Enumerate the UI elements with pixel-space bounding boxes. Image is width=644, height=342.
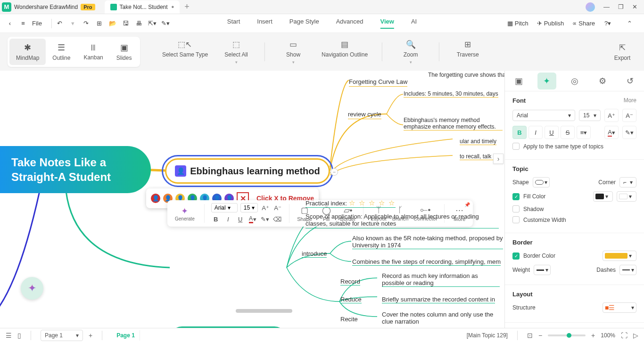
zoom-in-button[interactable]: + <box>591 332 595 339</box>
help-button[interactable]: ?▾ <box>603 20 612 27</box>
minimize-button[interactable]: — <box>603 3 610 10</box>
sub-recall[interactable]: to recall, talk a <box>460 153 496 160</box>
view-kanban-button[interactable]: ⫼Kanban <box>77 39 109 65</box>
hamburger-icon[interactable]: ≡ <box>19 20 27 27</box>
maximize-button[interactable]: ❐ <box>618 3 624 10</box>
panel-expand-button[interactable]: › <box>493 154 504 164</box>
font-shrink-button[interactable]: A⁻ <box>273 203 282 212</box>
highlight-dropdown[interactable]: ✎▾ <box>622 126 636 139</box>
sub-timely[interactable]: ular and timely <box>460 138 496 145</box>
panel-tab-style[interactable]: ✦ <box>537 73 556 90</box>
menu-start[interactable]: Start <box>227 18 240 29</box>
color-red[interactable]: 👤 <box>151 194 160 203</box>
root-topic[interactable]: Take Notes Like a Straight-A Student <box>0 146 151 193</box>
font-increase-button[interactable]: A⁺ <box>604 109 619 122</box>
apply-same-type-checkbox[interactable] <box>512 143 520 150</box>
sub-includes[interactable]: Includes: 5 minutes, 30 minutes, days <box>404 90 498 98</box>
menu-page-style[interactable]: Page Style <box>289 18 319 29</box>
fill-color-swatch-dark[interactable]: ▾ <box>593 191 613 202</box>
strike-toggle[interactable]: S <box>561 126 575 139</box>
font-decrease-button[interactable]: A⁻ <box>622 109 636 122</box>
export-button[interactable]: ⇱Export <box>608 43 636 61</box>
intro2-label[interactable]: Combines the five steps of recording, si… <box>352 258 501 266</box>
weight-selector[interactable]: ▾ <box>534 265 551 275</box>
save-button[interactable]: 🖫 <box>122 20 130 27</box>
intro1-label[interactable]: Also known as the 5R note-taking method,… <box>352 235 503 249</box>
presentation-icon[interactable]: ▷ <box>633 332 638 339</box>
align-toggle[interactable]: ≡▾ <box>577 126 591 139</box>
new-button[interactable]: ⊞ <box>95 20 104 27</box>
share-button[interactable]: ∝Share <box>572 20 595 27</box>
underline-button[interactable]: U <box>236 214 245 224</box>
font-grow-button[interactable]: A⁺ <box>261 203 270 212</box>
font-color-dropdown[interactable]: A▾ <box>604 126 619 139</box>
edit-dd-button[interactable]: ✎▾ <box>161 20 170 27</box>
ai-generate-button[interactable]: ✦Generate <box>172 205 198 222</box>
corner-selector[interactable]: ⌐▾ <box>619 177 636 187</box>
collapse-node-icon[interactable]: − <box>330 168 338 176</box>
view-outline-button[interactable]: ☰Outline <box>46 39 77 65</box>
user-avatar[interactable] <box>586 2 595 12</box>
file-tab[interactable]: Take Not... Student • <box>105 0 180 14</box>
scope-label[interactable]: Scope of application: Applicable to almo… <box>305 213 499 228</box>
clear-format-button[interactable]: ⌫ <box>272 214 282 224</box>
select-all-button[interactable]: ⬚Select All▾ <box>222 40 250 65</box>
add-page-button[interactable]: + <box>89 332 92 339</box>
sub-forgetting[interactable]: Forgetting Curve Law <box>349 78 407 87</box>
fillcolor-checkbox[interactable]: ✓ <box>512 193 520 200</box>
border-color-swatch[interactable]: ▾ <box>603 251 636 261</box>
export-dd-button[interactable]: ⇱▾ <box>148 20 157 27</box>
menu-insert[interactable]: Insert <box>257 18 272 29</box>
page-select-dropdown[interactable]: Page 1▾ <box>41 330 83 341</box>
ebbinghaus-topic[interactable]: 👤 Ebbinghaus learning method <box>165 158 330 184</box>
panel-tab-mark[interactable]: ◎ <box>565 73 584 90</box>
file-menu[interactable]: File <box>32 20 42 27</box>
undo-dd[interactable]: ▾ <box>69 20 77 27</box>
open-button[interactable]: 📂 <box>108 20 117 27</box>
font-family-dropdown[interactable]: Arial▾ <box>512 110 575 121</box>
font-more-link[interactable]: More <box>624 97 636 104</box>
collapse-ribbon-icon[interactable]: ⌃ <box>625 20 634 27</box>
add-tab-button[interactable]: + <box>184 2 190 12</box>
redo-button[interactable]: ↷ <box>82 20 91 27</box>
publish-button[interactable]: ✈Publish <box>537 20 564 27</box>
recite-label[interactable]: Recite <box>340 316 358 323</box>
italic-toggle[interactable]: I <box>528 126 543 139</box>
introduce-label[interactable]: introduce <box>302 250 327 258</box>
customwidth-checkbox[interactable] <box>512 216 520 223</box>
sub-enhance[interactable]: Ebbinghaus's memory method emphasize enh… <box>404 117 503 130</box>
zoom-button[interactable]: 🔍Zoom▾ <box>396 40 425 65</box>
font-color-button[interactable]: A▾ <box>248 214 257 224</box>
pitch-button[interactable]: ▦Pitch <box>507 20 528 27</box>
reduce-label[interactable]: Reduce <box>340 296 362 303</box>
bold-button[interactable]: B <box>211 214 221 224</box>
dashes-selector[interactable]: ▾ <box>619 265 636 275</box>
bordercolor-checkbox[interactable]: ✓ <box>512 252 520 260</box>
font-size-dropdown[interactable]: 15▾ <box>579 110 601 121</box>
horizontal-scrollbar[interactable] <box>236 309 292 313</box>
undo-button[interactable]: ↶ <box>56 20 64 27</box>
bold-toggle[interactable]: B <box>512 126 527 139</box>
thumbnail-nav-icon[interactable]: ▯ <box>17 332 21 339</box>
show-button[interactable]: ▭Show▾ <box>279 40 307 65</box>
menu-advanced[interactable]: Advanced <box>336 18 363 29</box>
reduce-desc-label[interactable]: Briefly summarize the recorded content i… <box>382 296 495 303</box>
print-button[interactable]: 🖶 <box>135 20 143 27</box>
highlight-button[interactable]: ✎▾ <box>260 214 270 224</box>
recite-desc-label[interactable]: Cover the notes column and only use the … <box>382 311 500 325</box>
view-slides-button[interactable]: ▣Slides <box>110 39 139 65</box>
sub-review[interactable]: review cycle <box>348 111 381 119</box>
panel-tab-icon[interactable]: ⚙ <box>593 73 612 90</box>
shape-selector[interactable]: ▾ <box>533 177 550 187</box>
pin-icon[interactable]: 📌 <box>464 202 470 207</box>
select-same-type-button[interactable]: ⬚↖Select Same Type <box>162 40 208 65</box>
traverse-button[interactable]: ⊞Traverse <box>454 40 482 65</box>
font-family-select[interactable]: Arial▾ <box>211 203 238 212</box>
record-desc-label[interactable]: Record as much key information as possib… <box>382 272 500 287</box>
page-tab-1[interactable]: Page 1 <box>112 330 140 341</box>
menu-ai[interactable]: AI <box>411 18 417 29</box>
fill-color-swatch-light[interactable]: ▾ <box>617 191 636 202</box>
ai-assistant-fab[interactable]: ✦ <box>21 277 43 300</box>
menu-view[interactable]: View <box>380 18 394 29</box>
zoom-out-button[interactable]: − <box>538 332 542 339</box>
